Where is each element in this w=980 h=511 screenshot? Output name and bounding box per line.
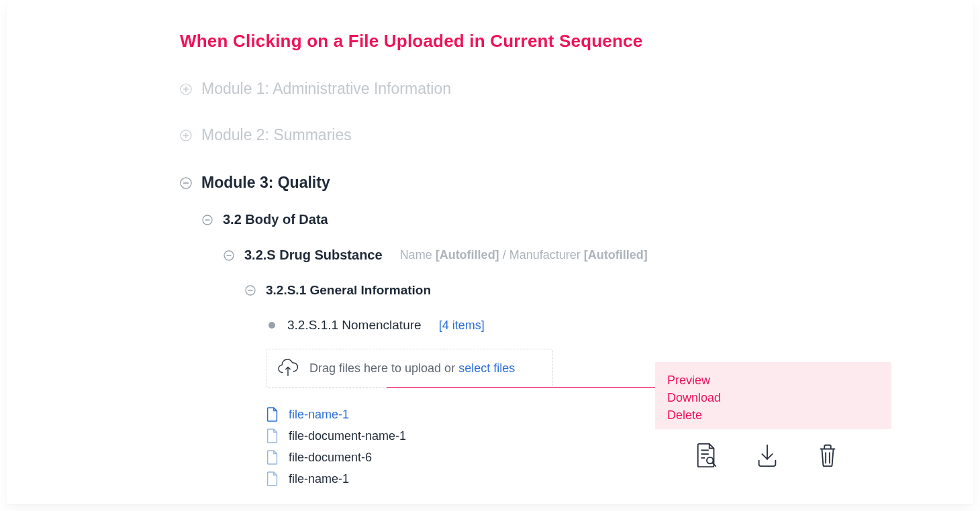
module-1-label: Module 1: Administrative Information — [201, 80, 451, 98]
meta-name-value: [Autofilled] — [436, 248, 499, 262]
module-2-label: Module 2: Summaries — [201, 126, 352, 144]
menu-item-download[interactable]: Download — [667, 389, 879, 406]
meta-manu-value: [Autofilled] — [584, 248, 648, 262]
node-body-of-data[interactable]: 3.2 Body of Data 3.2.S Drug Substance Na… — [201, 212, 973, 490]
file-icon — [266, 429, 279, 443]
file-name: file-name-1 — [289, 408, 349, 422]
file-context-menu: Preview Download Delete — [655, 362, 891, 429]
meta-name-label: Name — [400, 248, 436, 262]
dropzone-text: Drag files here to upload or select file… — [309, 361, 515, 376]
module-3-label: Module 3: Quality — [201, 174, 330, 192]
file-name: file-document-name-1 — [289, 429, 406, 443]
file-action-bar — [695, 443, 839, 468]
download-icon[interactable] — [756, 443, 779, 468]
module-3-row[interactable]: Module 3: Quality — [180, 174, 973, 192]
node-label: 3.2.S.1 General Information — [266, 283, 431, 298]
node-meta: Name [Autofilled] / Manufacturer [Autofi… — [400, 248, 648, 262]
module-2-row[interactable]: Module 2: Summaries — [180, 126, 973, 144]
node-label: 3.2 Body of Data — [223, 212, 328, 227]
item-count-link[interactable]: [4 items] — [439, 319, 485, 333]
cloud-upload-icon — [277, 359, 299, 378]
menu-item-preview[interactable]: Preview — [667, 372, 879, 389]
module-1-row[interactable]: Module 1: Administrative Information — [180, 80, 973, 98]
annotation-connector — [387, 387, 655, 388]
file-icon — [266, 471, 279, 486]
node-label: 3.2.S.1.1 Nomenclature — [287, 318, 422, 333]
preview-icon[interactable] — [695, 443, 718, 468]
node-label: 3.2.S Drug Substance — [244, 247, 383, 263]
file-row[interactable]: file-name-1 — [266, 468, 973, 490]
menu-item-delete[interactable]: Delete — [667, 406, 879, 424]
trash-icon[interactable] — [816, 443, 839, 468]
file-dropzone[interactable]: Drag files here to upload or select file… — [266, 349, 553, 388]
collapse-icon — [244, 284, 256, 296]
collapse-icon — [180, 177, 192, 189]
select-files-link[interactable]: select files — [458, 361, 515, 375]
file-name: file-document-6 — [289, 451, 372, 465]
page-title: When Clicking on a File Uploaded in Curr… — [180, 31, 973, 52]
expand-icon — [180, 83, 192, 95]
collapse-icon — [223, 249, 235, 262]
dropzone-prefix: Drag files here to upload or — [309, 361, 458, 375]
file-icon — [266, 450, 279, 465]
meta-manu-label: Manufacturer — [509, 248, 584, 262]
expand-icon — [180, 129, 192, 141]
file-row[interactable]: file-document-6 — [266, 447, 973, 468]
bullet-icon — [268, 322, 275, 329]
collapse-icon — [201, 214, 213, 226]
file-icon — [266, 407, 279, 422]
file-name: file-name-1 — [289, 472, 349, 486]
meta-sep: / — [499, 248, 509, 262]
